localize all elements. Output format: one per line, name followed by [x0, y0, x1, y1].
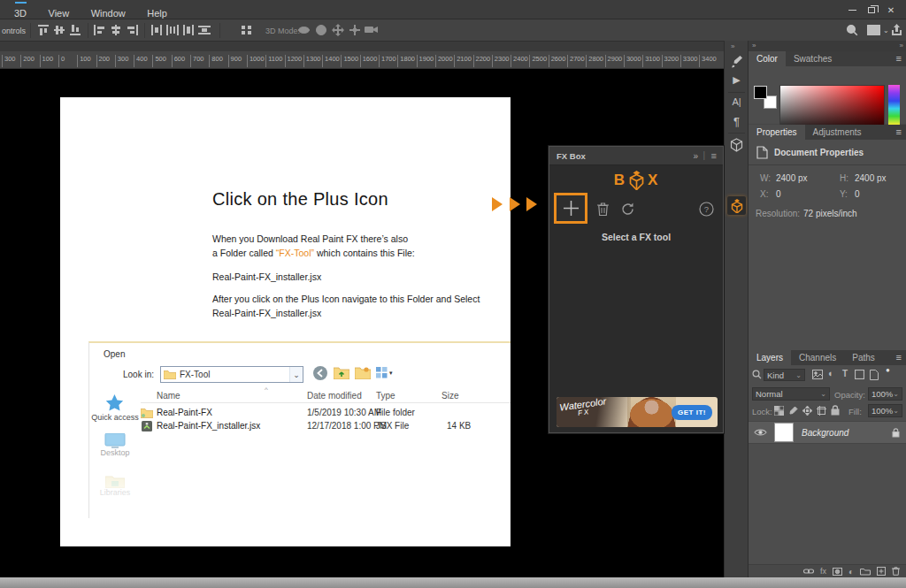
pan-3d-icon[interactable] — [332, 24, 344, 36]
chevron-down-icon[interactable]: ⌄ — [883, 27, 889, 34]
filter-kind-dropdown[interactable]: Kind ⌄ — [764, 369, 805, 381]
collapse-panels-icon[interactable]: » — [900, 42, 903, 50]
orbit-3d-icon[interactable] — [297, 24, 311, 36]
ruler-tick: 200 — [20, 55, 35, 67]
filter-smart-object-icon[interactable] — [870, 370, 879, 380]
expand-panels-icon[interactable]: » — [731, 42, 734, 50]
distribute-spacing-icon[interactable] — [241, 25, 253, 35]
lock-all-icon[interactable] — [831, 405, 840, 416]
align-vcenter-icon[interactable] — [53, 25, 65, 35]
tab-color[interactable]: Color — [749, 51, 786, 66]
lock-pixels-icon[interactable] — [788, 406, 798, 416]
new-group-icon[interactable] — [860, 568, 871, 576]
filter-toggle-icon[interactable]: ● — [886, 366, 890, 374]
align-bottom-icon[interactable] — [69, 25, 81, 35]
tab-channels[interactable]: Channels — [791, 350, 844, 365]
close-button[interactable]: ✕ — [881, 3, 901, 17]
panel-menu-icon[interactable]: ≡ — [896, 350, 906, 365]
collapse-panels-icon[interactable]: » — [752, 42, 756, 50]
tab-paths[interactable]: Paths — [844, 350, 883, 365]
character-panel-icon[interactable]: A| — [725, 96, 749, 107]
column-size[interactable]: Size — [441, 391, 458, 401]
look-in-dropdown[interactable]: FX-Tool ⌄ — [160, 366, 303, 383]
paragraph-panel-icon[interactable]: ¶ — [725, 115, 749, 128]
filter-adjustment-icon[interactable]: ◐ — [828, 368, 834, 378]
panel-collapse-icon[interactable]: » — [693, 151, 698, 161]
search-icon[interactable] — [846, 24, 858, 36]
up-folder-button[interactable] — [334, 366, 349, 379]
blend-mode-dropdown[interactable]: Normal ⌄ — [752, 387, 830, 401]
minimize-button[interactable] — [842, 3, 862, 17]
align-left-icon[interactable] — [94, 25, 106, 35]
column-name[interactable]: Name — [157, 391, 180, 401]
tab-adjustments[interactable]: Adjustments — [805, 125, 870, 140]
ruler-tick: 1400 — [322, 55, 340, 67]
menu-3d[interactable]: 3D — [14, 8, 27, 19]
help-button[interactable]: ? — [699, 202, 714, 217]
fx-box-extension-icon[interactable] — [727, 196, 746, 215]
lock-artboard-icon[interactable] — [817, 406, 826, 416]
layer-thumbnail[interactable] — [774, 423, 794, 442]
actions-panel-icon[interactable]: ▶ — [725, 74, 749, 86]
filter-pixel-icon[interactable] — [812, 370, 823, 379]
tab-properties[interactable]: Properties — [749, 125, 805, 140]
back-button[interactable] — [312, 365, 328, 381]
panel-menu-icon[interactable]: ≡ — [711, 150, 717, 161]
column-date-modified[interactable]: Date modified — [307, 391, 362, 401]
3d-panel-icon[interactable] — [725, 138, 749, 152]
roll-3d-icon[interactable] — [315, 24, 327, 36]
filter-shape-icon[interactable] — [855, 370, 864, 379]
panel-menu-icon[interactable]: ≡ — [896, 51, 906, 66]
menu-window[interactable]: Window — [91, 8, 126, 19]
align-right-icon[interactable] — [126, 25, 138, 35]
restore-button[interactable] — [862, 3, 881, 17]
file-row[interactable]: Real-Paint-FX 1/5/2019 10:30 AM File fol… — [141, 407, 511, 420]
watercolor-fx-ad[interactable]: Watercolor FX GET IT! — [557, 397, 718, 427]
link-layers-icon[interactable] — [803, 568, 814, 575]
distribute-hcenter-icon[interactable] — [166, 25, 179, 35]
fx-box-tab[interactable]: FX Box — [557, 151, 586, 161]
panel-menu-icon[interactable]: ≡ — [896, 125, 906, 140]
dolly-camera-icon[interactable] — [365, 25, 379, 34]
layer-effects-icon[interactable]: fx — [820, 567, 826, 576]
align-hcenter-icon[interactable] — [110, 25, 122, 35]
align-top-icon[interactable] — [37, 25, 50, 35]
menu-view[interactable]: View — [49, 8, 70, 19]
share-icon[interactable] — [891, 24, 902, 36]
layer-row-background[interactable]: Background — [749, 421, 906, 444]
sidebar-item-quick-access[interactable]: Quick access — [89, 394, 141, 422]
tab-layers[interactable]: Layers — [749, 350, 791, 365]
distribute-top-icon[interactable] — [198, 25, 211, 35]
fill-input[interactable]: 100% ⌄ — [868, 404, 902, 417]
add-mask-icon[interactable] — [833, 568, 842, 576]
height-value: 2400 px — [855, 173, 887, 183]
view-menu-button[interactable]: ▾ — [376, 367, 393, 378]
delete-layer-icon[interactable] — [892, 567, 900, 576]
new-layer-icon[interactable] — [877, 567, 886, 576]
file-row[interactable]: Real-Paint-FX_installer.jsx 12/17/2018 1… — [141, 420, 511, 433]
get-it-button[interactable]: GET IT! — [672, 405, 712, 420]
column-type[interactable]: Type — [376, 391, 395, 401]
workspace-icon[interactable] — [867, 25, 880, 35]
tab-swatches[interactable]: Swatches — [786, 51, 840, 66]
visibility-eye-icon[interactable] — [754, 428, 767, 437]
delete-fx-tool-button[interactable] — [596, 202, 610, 217]
distribute-right-icon[interactable] — [182, 25, 195, 35]
lock-position-icon[interactable] — [802, 406, 812, 416]
foreground-color-swatch[interactable] — [754, 86, 767, 99]
fill-label: Fill: — [848, 407, 862, 416]
distribute-left-icon[interactable] — [150, 25, 163, 35]
adjustment-layer-icon[interactable]: ◐ — [848, 568, 854, 576]
opacity-input[interactable]: 100% ⌄ — [868, 387, 902, 401]
lock-transparency-icon[interactable] — [774, 406, 784, 416]
svg-text:?: ? — [704, 204, 709, 214]
slide-3d-icon[interactable] — [349, 24, 361, 36]
add-fx-tool-button[interactable] — [554, 193, 587, 224]
new-folder-button[interactable] — [355, 366, 371, 379]
brushes-panel-icon[interactable] — [725, 55, 749, 68]
refresh-button[interactable] — [620, 202, 635, 217]
filter-type-icon[interactable]: T — [842, 369, 848, 378]
sidebar-item-desktop[interactable]: Desktop — [89, 433, 141, 457]
menu-help[interactable]: Help — [147, 8, 167, 19]
fg-bg-swatches[interactable] — [754, 86, 780, 112]
